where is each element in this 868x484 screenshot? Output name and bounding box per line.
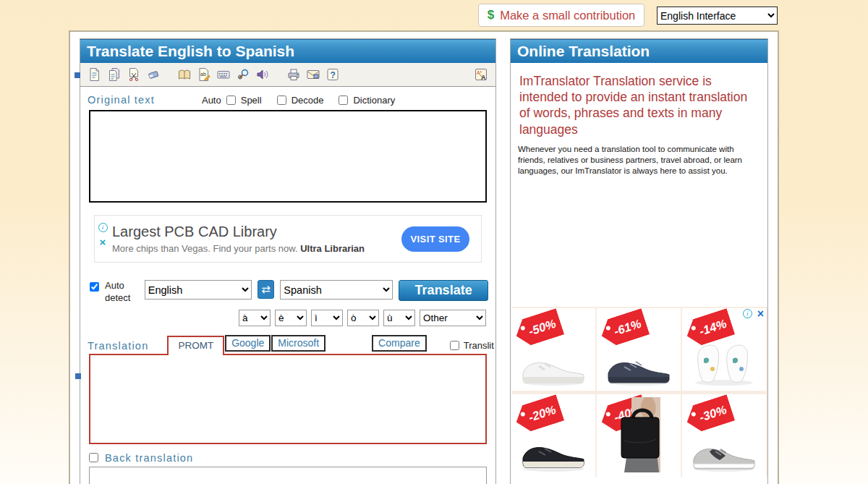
new-document-icon[interactable]: [86, 66, 103, 83]
decode-checkbox[interactable]: [277, 95, 286, 105]
translate-text-icon[interactable]: A*A: [472, 66, 490, 83]
back-translation-label: Back translation: [105, 452, 193, 464]
cut-icon[interactable]: [125, 66, 142, 83]
ad-product-black-sneaker[interactable]: -20%: [511, 394, 595, 477]
product-image: [517, 429, 590, 472]
auto-label: Auto: [202, 95, 221, 106]
delete-icon[interactable]: [145, 66, 162, 83]
toolbar: ab ?: [80, 63, 495, 87]
original-text-label: Original text: [88, 94, 155, 106]
paste-icon[interactable]: [106, 66, 123, 83]
dictionary-label: Dictionary: [353, 95, 395, 106]
accent-select-i[interactable]: ì: [311, 310, 343, 326]
accent-select-u[interactable]: ù: [383, 310, 415, 326]
ad-product-navy-sneaker[interactable]: -61%: [597, 308, 681, 391]
online-translation-panel: Online Translation ImTranslator Translat…: [510, 38, 768, 484]
decode-label: Decode: [292, 95, 324, 106]
ad-body: More chips than Vegas. Find your parts n…: [112, 243, 298, 254]
ad-banner[interactable]: i × Largest PCB CAD Library More chips t…: [94, 215, 482, 263]
main-container: Translate English to Spanish: [69, 30, 779, 484]
svg-text:ab: ab: [200, 72, 206, 77]
translation-tabs: Translation PROMT Google Microsoft Compa…: [80, 326, 495, 354]
accent-select-other[interactable]: Other: [420, 310, 486, 326]
tab-google[interactable]: Google: [225, 335, 271, 352]
translation-label: Translation: [88, 340, 148, 354]
svg-text:A: A: [481, 74, 486, 81]
service-description: Whenever you need a translation tool to …: [518, 144, 762, 177]
visit-site-button[interactable]: VISIT SITE: [401, 226, 469, 252]
ad-product-black-tote-bag[interactable]: -40%: [597, 394, 681, 477]
ad-subtitle: More chips than Vegas. Find your parts n…: [112, 243, 401, 254]
ad-product-white-clogs[interactable]: -14%: [682, 308, 766, 391]
tab-promt[interactable]: PROMT: [167, 336, 224, 355]
product-image: [688, 429, 760, 472]
svg-text:?: ?: [331, 70, 336, 80]
spell-label: Spell: [241, 95, 262, 106]
accent-select-o[interactable]: ò: [347, 310, 379, 326]
original-text-input[interactable]: [89, 110, 487, 203]
ad-title: Largest PCB CAD Library: [112, 224, 401, 240]
ads-info-icon[interactable]: i: [743, 309, 752, 318]
auto-detect-checkbox[interactable]: [90, 282, 99, 292]
swap-languages-icon[interactable]: ⇄: [258, 280, 274, 299]
translator-panel-title: Translate English to Spanish: [80, 39, 495, 63]
accent-select-e[interactable]: è: [275, 310, 307, 326]
ad-info-icon[interactable]: i: [98, 223, 108, 232]
dictionary-checkbox[interactable]: [339, 95, 348, 105]
original-text-options-row: Original text Auto Spell Decode Dictiona…: [80, 87, 495, 108]
search-settings-icon[interactable]: [234, 66, 252, 83]
back-translation-checkbox[interactable]: [89, 453, 98, 462]
ad-advertiser: Ultra Librarian: [300, 243, 365, 254]
dictionary-icon[interactable]: [176, 66, 193, 83]
spell-checkbox[interactable]: [226, 95, 236, 105]
tab-microsoft[interactable]: Microsoft: [271, 335, 326, 352]
email-icon[interactable]: [305, 66, 322, 83]
ad-product-grey-sneaker[interactable]: -30%: [682, 394, 766, 477]
help-icon[interactable]: ?: [324, 66, 341, 83]
service-headline: ImTranslator Translation service is inte…: [519, 73, 760, 137]
contribution-label: Make a small contribution: [500, 9, 635, 22]
target-language-select[interactable]: Spanish: [280, 280, 393, 300]
translit-checkbox[interactable]: [450, 341, 459, 350]
virtual-keyboard-icon[interactable]: [215, 66, 232, 83]
product-image: [688, 334, 760, 386]
back-translation-row: Back translation: [80, 444, 495, 467]
translit-label: Translit: [464, 340, 494, 351]
product-image: [517, 343, 590, 386]
accent-buttons-row: à è ì ò ù Other: [80, 305, 495, 326]
accent-select-a[interactable]: à: [239, 310, 271, 326]
auto-detect-label: Auto detect: [105, 280, 139, 305]
text-to-speech-icon[interactable]: [254, 66, 271, 83]
drag-handle-bottom[interactable]: [75, 373, 81, 379]
translate-button[interactable]: Translate: [399, 280, 488, 301]
drag-handle-top[interactable]: [75, 72, 80, 78]
language-bar: Auto detect English ⇄ Spanish Translate: [80, 263, 495, 305]
tab-compare[interactable]: Compare: [372, 335, 427, 352]
translator-panel: Translate English to Spanish: [80, 38, 496, 484]
dollar-icon: $: [488, 8, 494, 22]
online-translation-title: Online Translation: [511, 39, 767, 63]
source-language-select[interactable]: English: [145, 280, 252, 300]
ad-close-icon[interactable]: ×: [100, 238, 106, 247]
contribution-button[interactable]: $ Make a small contribution: [478, 4, 644, 27]
page: $ Make a small contribution English Inte…: [0, 0, 868, 484]
ads-close-icon[interactable]: ×: [757, 309, 764, 318]
ad-text: Largest PCB CAD Library More chips than …: [112, 224, 401, 254]
product-image: [603, 397, 675, 472]
ad-product-white-sneaker[interactable]: -50%: [511, 308, 595, 391]
translation-output[interactable]: [89, 354, 487, 444]
interface-language-select[interactable]: English Interface: [657, 7, 778, 25]
spell-check-icon[interactable]: ab: [195, 66, 213, 83]
print-icon[interactable]: [285, 66, 302, 83]
ad-grid: i × -50% -61% -14% -20%: [511, 307, 767, 477]
back-translation-output[interactable]: [89, 467, 487, 484]
product-image: [603, 343, 675, 386]
